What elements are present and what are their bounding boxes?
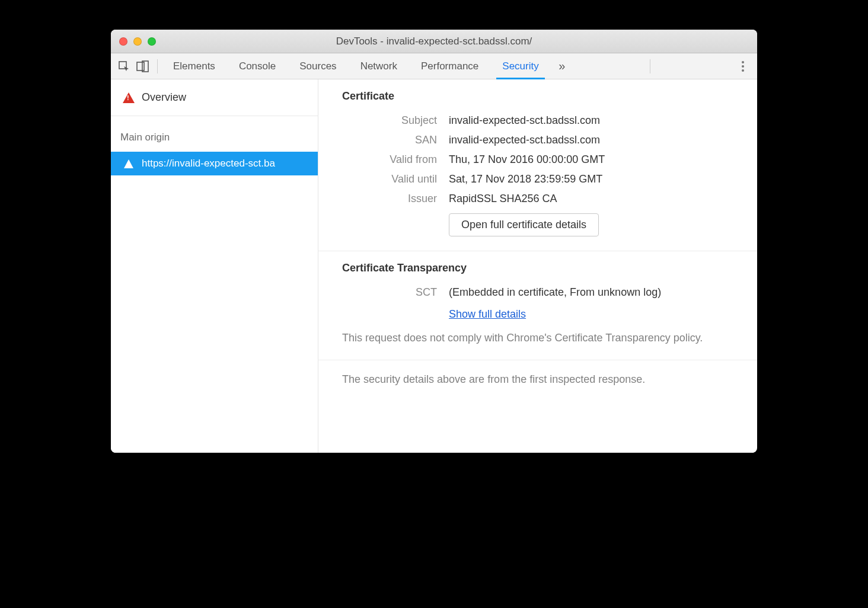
cert-row-issuer: Issuer RapidSSL SHA256 CA [342, 189, 733, 209]
ct-show-details-row: Show full details [342, 302, 733, 325]
toolbar-separator [157, 59, 158, 73]
overflow-tabs-icon[interactable]: » [553, 53, 571, 79]
cert-row-subject: Subject invalid-expected-sct.badssl.com [342, 111, 733, 130]
tab-label: Console [239, 60, 276, 72]
field-label: Valid from [342, 153, 437, 166]
tab-label: Elements [173, 60, 215, 72]
field-value: (Embedded in certificate, From unknown l… [449, 286, 661, 299]
certificate-heading: Certificate [342, 90, 733, 103]
field-value: RapidSSL SHA256 CA [449, 193, 557, 205]
warning-icon [123, 92, 135, 103]
sidebar: Overview Main origin https://invalid-exp… [111, 79, 318, 453]
tab-security[interactable]: Security [493, 53, 548, 79]
field-label: SAN [342, 134, 437, 146]
tab-performance[interactable]: Performance [411, 53, 488, 79]
field-label: Issuer [342, 193, 437, 205]
tab-label: Sources [299, 60, 336, 72]
field-value: invalid-expected-sct.badssl.com [449, 134, 600, 146]
tab-sources[interactable]: Sources [290, 53, 346, 79]
show-full-details-link[interactable]: Show full details [449, 308, 526, 320]
traffic-lights [119, 37, 156, 46]
toolbar-separator [650, 59, 650, 73]
tab-elements[interactable]: Elements [164, 53, 225, 79]
panel-body: Overview Main origin https://invalid-exp… [111, 79, 757, 453]
ct-heading: Certificate Transparency [342, 262, 733, 274]
overview-label: Overview [142, 91, 186, 104]
footer-note: The security details above are from the … [318, 360, 757, 399]
sidebar-section-main-origin: Main origin [111, 116, 318, 152]
cert-row-valid-until: Valid until Sat, 17 Nov 2018 23:59:59 GM… [342, 169, 733, 189]
close-icon[interactable] [119, 37, 127, 46]
field-label: SCT [342, 286, 437, 299]
devtools-window: DevTools - invalid-expected-sct.badssl.c… [111, 30, 757, 453]
field-label: Valid until [342, 173, 437, 185]
device-toolbar-icon[interactable] [135, 58, 151, 75]
maximize-icon[interactable] [148, 37, 156, 46]
ct-panel: Certificate Transparency SCT (Embedded i… [318, 251, 757, 360]
cert-row-valid-from: Valid from Thu, 17 Nov 2016 00:00:00 GMT [342, 150, 733, 169]
certificate-panel: Certificate Subject invalid-expected-sct… [318, 79, 757, 251]
tab-label: Network [360, 60, 397, 72]
minimize-icon[interactable] [133, 37, 142, 46]
toolbar: Elements Console Sources Network Perform… [111, 53, 757, 79]
ct-policy-note: This request does not comply with Chrome… [342, 330, 733, 345]
ct-row-sct: SCT (Embedded in certificate, From unkno… [342, 283, 733, 302]
field-value: invalid-expected-sct.badssl.com [449, 114, 600, 127]
sidebar-item-origin[interactable]: https://invalid-expected-sct.ba [111, 152, 318, 175]
more-menu-icon[interactable] [733, 57, 752, 76]
warning-icon [124, 159, 133, 168]
inspect-element-icon[interactable] [116, 58, 132, 75]
cert-row-san: SAN invalid-expected-sct.badssl.com [342, 130, 733, 150]
svg-rect-1 [137, 62, 144, 71]
field-value: Thu, 17 Nov 2016 00:00:00 GMT [449, 153, 605, 166]
tabs: Elements Console Sources Network Perform… [164, 53, 571, 79]
sidebar-item-overview[interactable]: Overview [111, 79, 318, 116]
tab-network[interactable]: Network [351, 53, 407, 79]
main-content: Certificate Subject invalid-expected-sct… [318, 79, 757, 453]
tab-label: Security [502, 60, 538, 72]
open-certificate-details-button[interactable]: Open full certificate details [449, 213, 599, 236]
titlebar: DevTools - invalid-expected-sct.badssl.c… [111, 30, 757, 53]
tab-label: Performance [421, 60, 478, 72]
field-label: Subject [342, 114, 437, 127]
field-value: Sat, 17 Nov 2018 23:59:59 GMT [449, 173, 602, 185]
origin-url: https://invalid-expected-sct.ba [142, 158, 275, 169]
tab-console[interactable]: Console [229, 53, 285, 79]
window-title: DevTools - invalid-expected-sct.badssl.c… [111, 36, 757, 47]
